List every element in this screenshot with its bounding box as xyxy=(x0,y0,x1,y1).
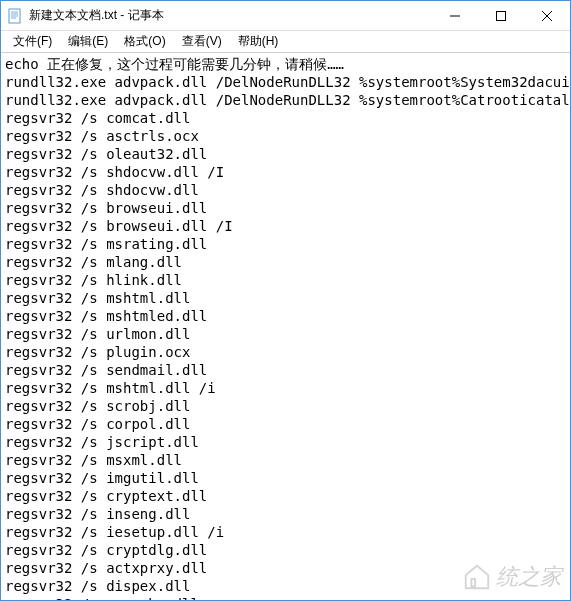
text-line: echo 正在修复，这个过程可能需要几分钟，请稍候…… xyxy=(5,55,566,73)
text-line: regsvr32 /s plugin.ocx xyxy=(5,343,566,361)
minimize-button[interactable] xyxy=(432,1,478,30)
menu-view[interactable]: 查看(V) xyxy=(174,31,230,52)
text-line: regsvr32 /s jscript.dll xyxy=(5,433,566,451)
text-line: regsvr32 /s hlink.dll xyxy=(5,271,566,289)
titlebar: 新建文本文档.txt - 记事本 xyxy=(1,1,570,31)
text-line: regsvr32 /s occache.dll xyxy=(5,595,566,601)
text-line: regsvr32 /s mshtml.dll /i xyxy=(5,379,566,397)
text-line: regsvr32 /s iesetup.dll /i xyxy=(5,523,566,541)
text-line: regsvr32 /s dispex.dll xyxy=(5,577,566,595)
text-line: regsvr32 /s shdocvw.dll /I xyxy=(5,163,566,181)
text-line: regsvr32 /s cryptdlg.dll xyxy=(5,541,566,559)
text-line: regsvr32 /s sendmail.dll xyxy=(5,361,566,379)
menu-edit[interactable]: 编辑(E) xyxy=(60,31,116,52)
text-line: regsvr32 /s scrobj.dll xyxy=(5,397,566,415)
notepad-icon xyxy=(7,8,23,24)
text-line: regsvr32 /s urlmon.dll xyxy=(5,325,566,343)
maximize-button[interactable] xyxy=(478,1,524,30)
window-title: 新建文本文档.txt - 记事本 xyxy=(29,7,432,24)
text-line: rundll32.exe advpack.dll /DelNodeRunDLL3… xyxy=(5,73,566,91)
text-line: regsvr32 /s inseng.dll xyxy=(5,505,566,523)
text-line: regsvr32 /s comcat.dll xyxy=(5,109,566,127)
svg-rect-6 xyxy=(497,11,506,20)
text-line: regsvr32 /s oleaut32.dll xyxy=(5,145,566,163)
text-line: regsvr32 /s imgutil.dll xyxy=(5,469,566,487)
text-line: regsvr32 /s asctrls.ocx xyxy=(5,127,566,145)
text-line: rundll32.exe advpack.dll /DelNodeRunDLL3… xyxy=(5,91,566,109)
close-button[interactable] xyxy=(524,1,570,30)
text-line: regsvr32 /s cryptext.dll xyxy=(5,487,566,505)
text-line: regsvr32 /s browseui.dll xyxy=(5,199,566,217)
window-controls xyxy=(432,1,570,30)
text-line: regsvr32 /s browseui.dll /I xyxy=(5,217,566,235)
text-line: regsvr32 /s actxprxy.dll xyxy=(5,559,566,577)
text-line: regsvr32 /s corpol.dll xyxy=(5,415,566,433)
menu-help[interactable]: 帮助(H) xyxy=(230,31,287,52)
text-line: regsvr32 /s msrating.dll xyxy=(5,235,566,253)
text-line: regsvr32 /s mshtml.dll xyxy=(5,289,566,307)
text-line: regsvr32 /s mlang.dll xyxy=(5,253,566,271)
menubar: 文件(F) 编辑(E) 格式(O) 查看(V) 帮助(H) xyxy=(1,31,570,53)
menu-file[interactable]: 文件(F) xyxy=(5,31,60,52)
text-line: regsvr32 /s mshtmled.dll xyxy=(5,307,566,325)
text-line: regsvr32 /s shdocvw.dll xyxy=(5,181,566,199)
menu-format[interactable]: 格式(O) xyxy=(116,31,173,52)
text-line: regsvr32 /s msxml.dll xyxy=(5,451,566,469)
text-content[interactable]: echo 正在修复，这个过程可能需要几分钟，请稍候……rundll32.exe … xyxy=(1,53,570,601)
